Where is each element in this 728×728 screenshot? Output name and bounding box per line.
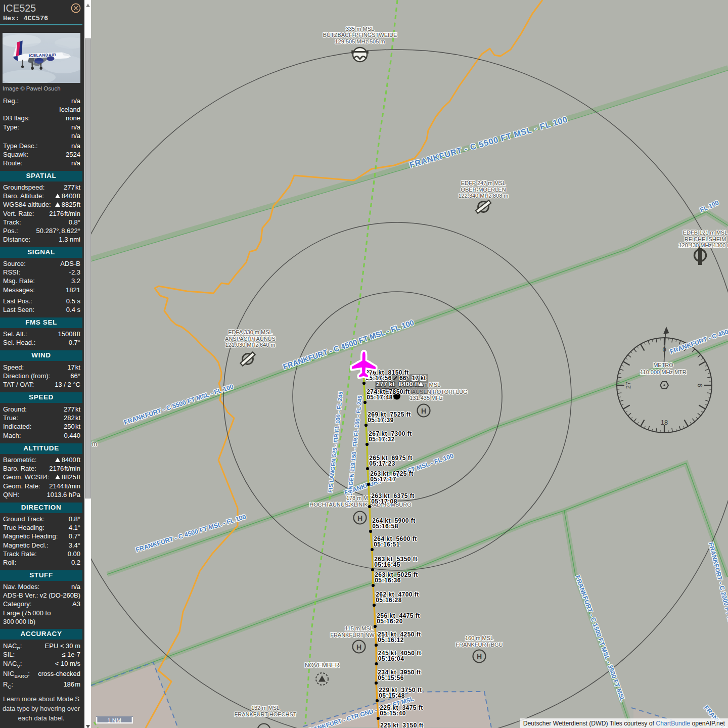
svg-text:178 m MSL: 178 m MSL (346, 495, 375, 501)
svg-text:OBER-MOERLEN: OBER-MOERLEN (461, 187, 506, 193)
svg-text:FRANKFURT BGU: FRANKFURT BGU (456, 642, 503, 648)
svg-text:H: H (356, 643, 361, 651)
svg-text:EDFP 247 m MSL: EDFP 247 m MSL (461, 180, 506, 186)
svg-text:05:16:45: 05:16:45 (374, 561, 400, 568)
svg-text:335 m MSL: 335 m MSL (346, 26, 374, 32)
svg-text:H: H (357, 514, 362, 522)
svg-text:1 NM: 1 NM (107, 717, 121, 723)
svg-text:05:16:58: 05:16:58 (372, 523, 398, 530)
svg-text:121.030 MHz 640 m: 121.030 MHz 640 m (225, 342, 275, 348)
svg-text:05:16:20: 05:16:20 (377, 618, 403, 625)
svg-text:05:16:51: 05:16:51 (374, 541, 400, 548)
svg-text:18: 18 (661, 419, 668, 426)
svg-text:05:16:12: 05:16:12 (378, 636, 404, 644)
svg-text:H: H (421, 407, 426, 415)
svg-text:H: H (261, 726, 266, 728)
svg-text:129.505 MHz 505 m: 129.505 MHz 505 m (335, 38, 385, 44)
svg-text:132 m MSL: 132 m MSL (251, 705, 280, 711)
svg-text:05:17:32: 05:17:32 (369, 436, 395, 443)
svg-text:ANSPACH/TAUNUS: ANSPACH/TAUNUS (225, 336, 276, 342)
svg-text:05:17:39: 05:17:39 (368, 417, 394, 424)
svg-text:05:15:40: 05:15:40 (380, 710, 406, 717)
svg-text:131.435 MHz: 131.435 MHz (410, 395, 442, 401)
svg-text:05:17:17: 05:17:17 (370, 476, 396, 483)
svg-text:120.430 MHz 1300 m: 120.430 MHz 1300 m (678, 242, 728, 248)
svg-text:05:16:36: 05:16:36 (375, 577, 401, 584)
svg-text:BUTZBACH-PFINGSTWEIDE: BUTZBACH-PFINGSTWEIDE (323, 32, 397, 38)
svg-text:05:17:48: 05:17:48 (367, 394, 393, 401)
svg-text:05:15:56: 05:15:56 (378, 674, 404, 681)
svg-text:EDFB 121 m MSL: EDFB 121 m MSL (683, 230, 728, 236)
svg-text:115 m MSL: 115 m MSL (345, 625, 373, 631)
svg-text:225 kt 3150 ft: 225 kt 3150 ft (380, 722, 423, 728)
svg-text:27: 27 (624, 382, 632, 389)
svg-text:122.340 MHz 808 m: 122.340 MHz 808 m (458, 193, 508, 199)
svg-text:NOVEMBER: NOVEMBER (305, 662, 340, 669)
svg-text:Deutscher Wetterdienst (DWD) T: Deutscher Wetterdienst (DWD) Tiles court… (523, 720, 725, 727)
svg-text:9: 9 (696, 383, 704, 387)
svg-text:05:16:04: 05:16:04 (378, 655, 404, 662)
svg-text:METRO: METRO (653, 362, 673, 368)
svg-text:REICHELSHEIM: REICHELSHEIM (685, 236, 726, 242)
svg-text:H: H (477, 653, 482, 661)
svg-text:0: 0 (662, 346, 666, 353)
svg-text:EDFA 330 m MSL: EDFA 330 m MSL (228, 329, 272, 335)
svg-text:05:16:28: 05:16:28 (376, 597, 402, 604)
svg-text:160 m MSL: 160 m MSL (465, 635, 493, 641)
svg-text:110.000 MHz MTR: 110.000 MHz MTR (640, 369, 687, 375)
svg-text:m: m (92, 440, 97, 447)
svg-text:05:17:23: 05:17:23 (369, 460, 395, 467)
svg-text:05:17:08: 05:17:08 (371, 498, 397, 505)
svg-text:FRANKFURT HOECHST: FRANKFURT HOECHST (234, 711, 296, 717)
svg-text:05:15:48: 05:15:48 (379, 692, 405, 699)
